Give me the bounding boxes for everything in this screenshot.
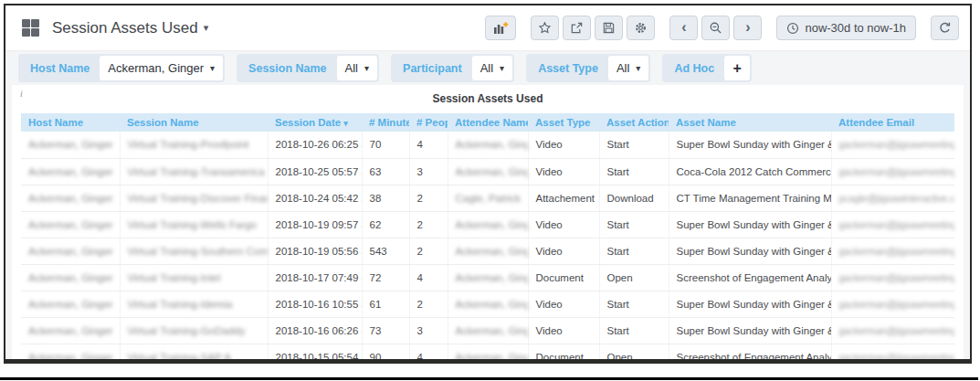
cell-host-name: Ackerman, Ginger xyxy=(21,238,120,264)
filter-session-name: Session Name All ▾ xyxy=(237,54,379,82)
filter-bar: Host Name Ackerman, Ginger ▾ Session Nam… xyxy=(5,51,970,85)
col-header-host-name[interactable]: Host Name xyxy=(21,113,120,132)
cell-asset-action: Open xyxy=(599,264,669,291)
zoom-out-button[interactable] xyxy=(701,16,730,40)
cell-session-name: Virtual Training-Discover Financial Serv… xyxy=(120,185,268,211)
cell-host-name: Ackerman, Ginger xyxy=(21,317,120,344)
cell-attendee-email: gackerman@jigsawmeeting.com xyxy=(831,264,954,291)
time-range-button[interactable]: now-30d to now-1h xyxy=(776,16,916,40)
host-name-select[interactable]: Ackerman, Ginger ▾ xyxy=(100,56,223,80)
header-bar: Session Assets Used ▾ xyxy=(5,5,970,51)
filter-label: Participant xyxy=(393,62,472,75)
cell-people: 2 xyxy=(409,185,448,211)
col-header-session-name[interactable]: Session Name xyxy=(120,113,268,132)
cell-minutes: 63 xyxy=(362,158,409,185)
filter-asset-type: Asset Type All ▾ xyxy=(526,54,650,82)
asset-type-select[interactable]: All ▾ xyxy=(608,56,648,80)
participant-select[interactable]: All ▾ xyxy=(472,56,512,80)
cell-minutes: 72 xyxy=(362,264,409,291)
cell-host-name: Ackerman, Ginger xyxy=(21,158,120,185)
save-button[interactable] xyxy=(595,16,623,40)
session-assets-table: Host Name Session Name Session Date▾ # M… xyxy=(21,113,954,361)
cell-attendee-name: Ackerman, Ginger xyxy=(448,264,528,291)
screenshot-bottom-border xyxy=(0,377,978,380)
cell-attendee-email: gackerman@jigsawmeeting.com xyxy=(831,317,954,344)
cell-minutes: 70 xyxy=(362,132,409,158)
info-icon[interactable]: i xyxy=(20,89,23,99)
cell-session-date: 2018-10-24 05:42 am xyxy=(268,185,362,211)
table-row: Ackerman, Ginger Virtual Training-Idemia… xyxy=(21,291,954,317)
cell-people: 3 xyxy=(409,317,448,344)
bar-chart-plus-icon xyxy=(492,21,509,35)
sort-caret-icon: ▾ xyxy=(343,119,348,128)
cell-attendee-email: gackerman@jigsawmeeting.com xyxy=(831,132,954,158)
caret-down-icon: ▾ xyxy=(210,63,215,73)
cell-asset-action: Start xyxy=(599,211,669,238)
col-header-attendee-email[interactable]: Attendee Email xyxy=(831,113,954,132)
cell-attendee-email: gackerman@jigsawmeeting.com xyxy=(831,238,954,264)
cell-session-name: Virtual Training-Proofpoint xyxy=(120,132,268,158)
cell-host-name: Ackerman, Ginger xyxy=(21,264,120,291)
refresh-icon xyxy=(938,21,952,35)
forward-button[interactable]: › xyxy=(733,16,762,40)
add-chart-button[interactable] xyxy=(485,16,516,40)
gear-icon xyxy=(634,21,648,35)
cell-asset-name: Screenshot of Engagement Analytics-Dashb… xyxy=(669,264,831,291)
cell-session-date: 2018-10-16 10:55 am xyxy=(268,291,362,317)
col-header-asset-action[interactable]: Asset Action xyxy=(599,113,669,132)
grid-menu-icon[interactable] xyxy=(22,19,39,37)
cell-session-name: Virtual Training-Southern Company Gas xyxy=(120,238,268,264)
cell-asset-name: Super Bowl Sunday with Ginger & Buddy xyxy=(669,132,831,158)
cell-people: 4 xyxy=(409,132,448,158)
cell-asset-type: Video xyxy=(528,211,599,238)
col-header-asset-type[interactable]: Asset Type xyxy=(528,113,599,132)
col-header-session-date[interactable]: Session Date▾ xyxy=(268,113,362,132)
caret-down-icon: ▾ xyxy=(364,63,369,73)
filter-ad-hoc: Ad Hoc + xyxy=(662,54,752,82)
cell-session-date: 2018-10-17 07:49 am xyxy=(268,264,362,291)
title-caret-icon[interactable]: ▾ xyxy=(204,22,209,34)
cell-asset-action: Start xyxy=(599,291,669,317)
settings-button[interactable] xyxy=(627,16,655,40)
cell-asset-type: Video xyxy=(528,238,599,264)
cell-attendee-email: gackerman@jigsawmeeting.com xyxy=(831,211,954,238)
filter-participant: Participant All ▾ xyxy=(391,54,514,82)
refresh-button[interactable] xyxy=(931,16,959,40)
favorite-button[interactable] xyxy=(531,16,559,40)
col-header-attendee-name[interactable]: Attendee Name xyxy=(448,113,528,132)
back-button[interactable]: ‹ xyxy=(669,16,698,40)
session-name-select[interactable]: All ▾ xyxy=(337,56,377,80)
cell-asset-type: Document xyxy=(528,264,599,291)
cell-attendee-name: Ackerman, Ginger xyxy=(448,132,528,158)
panel-title: Session Assets Used xyxy=(12,85,964,113)
cell-people: 2 xyxy=(409,211,448,238)
cell-minutes: 62 xyxy=(362,211,409,238)
cell-people: 4 xyxy=(409,264,448,291)
cell-session-name: Virtual Training-SAP A xyxy=(120,344,268,361)
ad-hoc-add-button[interactable]: + xyxy=(724,56,750,80)
cell-session-date: 2018-10-16 06:26 am xyxy=(268,317,362,344)
cell-attendee-name: Ackerman, Ginger xyxy=(448,344,528,361)
cell-asset-type: Document xyxy=(528,344,599,361)
col-header-asset-name[interactable]: Asset Name xyxy=(669,113,831,132)
cell-session-date: 2018-10-25 05:57 am xyxy=(268,158,362,185)
cell-host-name: Ackerman, Ginger xyxy=(21,291,120,317)
col-header-people[interactable]: # People xyxy=(409,113,448,132)
cell-session-date: 2018-10-19 05:56 am xyxy=(268,238,362,264)
table-row: Ackerman, Ginger Virtual Training-Southe… xyxy=(21,238,954,264)
cell-asset-action: Start xyxy=(599,158,669,185)
cell-minutes: 73 xyxy=(362,317,409,344)
page-title[interactable]: Session Assets Used xyxy=(52,19,198,37)
time-range-label: now-30d to now-1h xyxy=(805,21,906,35)
col-header-minutes[interactable]: # Minutes xyxy=(362,113,409,132)
table-row: Ackerman, Ginger Virtual Training-Wells … xyxy=(21,211,954,238)
share-button[interactable] xyxy=(563,16,591,40)
share-icon xyxy=(570,21,584,35)
cell-asset-action: Download xyxy=(599,185,669,211)
cell-attendee-name: Cagle, Patrick xyxy=(448,185,528,211)
cell-attendee-name: Ackerman, Ginger xyxy=(448,317,528,344)
cell-attendee-name: Ackerman, Ginger xyxy=(448,158,528,185)
cell-session-name: Virtual Training-Intel xyxy=(120,264,268,291)
cell-minutes: 90 xyxy=(362,344,409,361)
cell-attendee-email: gackerman@jigsawmeeting.com xyxy=(831,344,954,361)
